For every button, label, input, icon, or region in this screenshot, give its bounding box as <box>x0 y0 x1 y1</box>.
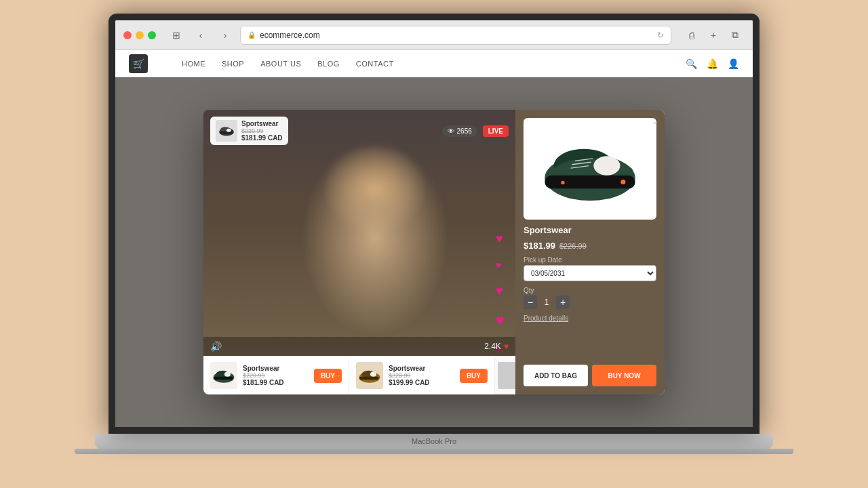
stream-badge-old-price: $220.99 <box>241 127 283 134</box>
nav-links: HOME SHOP ABOUT US BLOG CONTACT <box>182 60 665 68</box>
lock-icon: 🔒 <box>248 31 256 39</box>
svg-point-20 <box>561 181 564 184</box>
nav-home[interactable]: HOME <box>182 60 205 68</box>
stream-bottom-bar: 🔊 2.4K ♥ <box>203 337 515 394</box>
close-traffic-light[interactable] <box>123 31 132 39</box>
qty-section: Qty − 1 + <box>524 287 656 309</box>
product-card-1-image <box>210 362 237 389</box>
panel-old-price: $226.99 <box>559 242 587 250</box>
svg-rect-2 <box>220 131 233 134</box>
pickup-label: Pick up Date <box>524 256 656 264</box>
nav-blog[interactable]: BLOG <box>317 60 340 68</box>
volume-icon[interactable]: 🔊 <box>210 341 222 352</box>
qty-plus-button[interactable]: + <box>556 296 570 309</box>
product-detail-panel: ⌄ <box>515 110 665 394</box>
svg-point-19 <box>620 180 625 184</box>
product-card-3-partial <box>495 357 515 394</box>
nav-logo: 🛒 <box>129 54 148 73</box>
product-card-3-image <box>498 362 515 389</box>
buy-now-button[interactable]: BUY NOW <box>592 365 656 386</box>
svg-point-3 <box>226 129 231 132</box>
panel-price: $181.99 <box>524 241 555 251</box>
back-button[interactable]: ‹ <box>191 26 210 45</box>
website: 🛒 HOME SHOP ABOUT US BLOG CONTACT 🔍 🔔 👤 <box>115 50 753 427</box>
new-tab-button[interactable]: + <box>704 26 723 45</box>
heart-bottom-icon: ♥ <box>504 342 509 351</box>
heart-4: ♥ <box>496 312 505 329</box>
profile-icon[interactable]: 👤 <box>728 58 739 69</box>
product-card-2-name: Sportswear <box>389 365 454 372</box>
pickup-date-select[interactable]: 03/05/2031 <box>524 265 656 281</box>
qty-row: − 1 + <box>524 296 656 309</box>
product-card-2-shoe-icon <box>357 366 382 385</box>
stream-top-bar: Sportswear $220.99 $181.99 CAD 👁 <box>210 117 509 145</box>
product-thumbnail <box>216 120 237 142</box>
stream-product-info: Sportswear $220.99 $181.99 CAD <box>241 120 283 142</box>
product-card-1: Sportswear $220.99 $181.99 CAD BUY <box>203 357 349 394</box>
share-button[interactable]: ⎙ <box>682 26 701 45</box>
stream-top-right: 👁 2656 LIVE <box>442 125 509 137</box>
macbook-base: MacBook Pro <box>95 434 773 449</box>
stream-badge-name: Sportswear <box>241 120 283 127</box>
panel-product-name: Sportswear <box>524 225 656 235</box>
live-stream-modal: ✕ <box>203 110 665 394</box>
qty-label: Qty <box>524 287 656 294</box>
tabs-button[interactable]: ⧉ <box>726 26 745 45</box>
reload-icon[interactable]: ↻ <box>657 30 664 40</box>
stream-product-badge[interactable]: Sportswear $220.99 $181.99 CAD <box>210 117 288 145</box>
stream-panel: Sportswear $220.99 $181.99 CAD 👁 <box>203 110 515 394</box>
product-card-2: Sportswear $228.99 $199.99 CAD BUY <box>349 357 495 394</box>
product-cards-row: Sportswear $220.99 $181.99 CAD BUY <box>203 356 515 394</box>
live-badge: LIVE <box>483 125 509 137</box>
product-card-1-buy-button[interactable]: BUY <box>314 369 342 383</box>
panel-prices: $181.99 $226.99 <box>524 241 656 251</box>
heart-2: ♥ <box>496 260 505 270</box>
product-card-2-price: $199.99 CAD <box>389 379 454 386</box>
svg-point-11 <box>370 372 376 377</box>
view-count-value: 2.4K <box>484 342 501 351</box>
add-to-bag-button[interactable]: ADD TO BAG <box>524 365 588 386</box>
sidebar-toggle-button[interactable]: ⊞ <box>167 26 186 45</box>
notification-icon[interactable]: 🔔 <box>707 58 718 69</box>
svg-rect-10 <box>359 377 379 380</box>
product-card-1-name: Sportswear <box>243 365 309 372</box>
url-text: ecommerce.com <box>260 30 320 40</box>
stream-badge-price: $181.99 CAD <box>241 134 283 142</box>
search-icon[interactable]: 🔍 <box>686 58 697 69</box>
product-card-2-buy-button[interactable]: BUY <box>460 369 488 383</box>
minimize-traffic-light[interactable] <box>136 31 144 39</box>
chevron-down-icon[interactable]: ⌄ <box>651 115 659 126</box>
browser-window: ⊞ ‹ › 🔒 ecommerce.com ↻ ⎙ + ⧉ <box>115 20 753 427</box>
macbook-foot <box>75 449 793 454</box>
url-bar[interactable]: 🔒 ecommerce.com ↻ <box>240 26 671 45</box>
floating-hearts: ♥ ♥ ♥ ♥ ♥ <box>496 232 505 354</box>
product-card-2-old-price: $228.99 <box>389 372 454 379</box>
product-card-1-price: $181.99 CAD <box>243 379 309 386</box>
macbook-label: MacBook Pro <box>412 437 456 445</box>
svg-point-15 <box>593 156 620 175</box>
modal-overlay[interactable]: ✕ <box>115 77 753 427</box>
product-detail-shoe-icon <box>536 128 644 209</box>
nav-about[interactable]: ABOUT US <box>260 60 301 68</box>
panel-actions: ADD TO BAG BUY NOW <box>524 365 656 386</box>
svg-point-7 <box>224 372 231 377</box>
traffic-lights <box>123 31 156 39</box>
heart-3: ♥ <box>496 284 505 298</box>
qty-value: 1 <box>541 298 552 307</box>
forward-button[interactable]: › <box>216 26 235 45</box>
site-nav: 🛒 HOME SHOP ABOUT US BLOG CONTACT 🔍 🔔 👤 <box>115 50 753 77</box>
product-card-1-old-price: $220.99 <box>243 372 309 379</box>
site-content: ✕ <box>115 77 753 427</box>
browser-toolbar: ⊞ ‹ › 🔒 ecommerce.com ↻ ⎙ + ⧉ <box>115 20 753 50</box>
nav-shop[interactable]: SHOP <box>222 60 244 68</box>
product-card-2-info: Sportswear $228.99 $199.99 CAD <box>389 365 454 386</box>
product-details-link[interactable]: Product details <box>524 314 656 322</box>
heart-1: ♥ <box>496 232 505 246</box>
macbook-frame: ⊞ ‹ › 🔒 ecommerce.com ↻ ⎙ + ⧉ <box>61 14 807 474</box>
product-image-box <box>524 118 656 220</box>
nav-contact[interactable]: CONTACT <box>356 60 394 68</box>
fullscreen-traffic-light[interactable] <box>148 31 156 39</box>
qty-minus-button[interactable]: − <box>524 296 537 309</box>
viewer-number: 2656 <box>457 127 472 135</box>
viewer-count: 👁 2656 <box>442 125 477 137</box>
